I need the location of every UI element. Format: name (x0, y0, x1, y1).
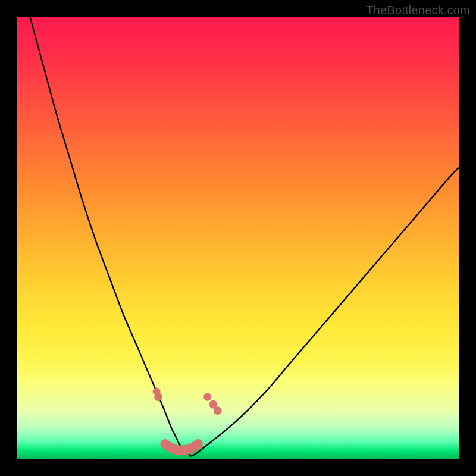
highlight-dots (153, 388, 222, 415)
highlight-dot (214, 406, 222, 415)
bottleneck-curve-svg (17, 17, 459, 459)
bottleneck-curve (30, 17, 459, 456)
highlight-band (165, 444, 198, 450)
highlight-dot (203, 393, 211, 401)
plot-area (17, 17, 459, 459)
chart-frame: TheBottleneck.com (0, 0, 476, 476)
highlight-dot (154, 393, 162, 401)
watermark-text: TheBottleneck.com (366, 4, 470, 17)
